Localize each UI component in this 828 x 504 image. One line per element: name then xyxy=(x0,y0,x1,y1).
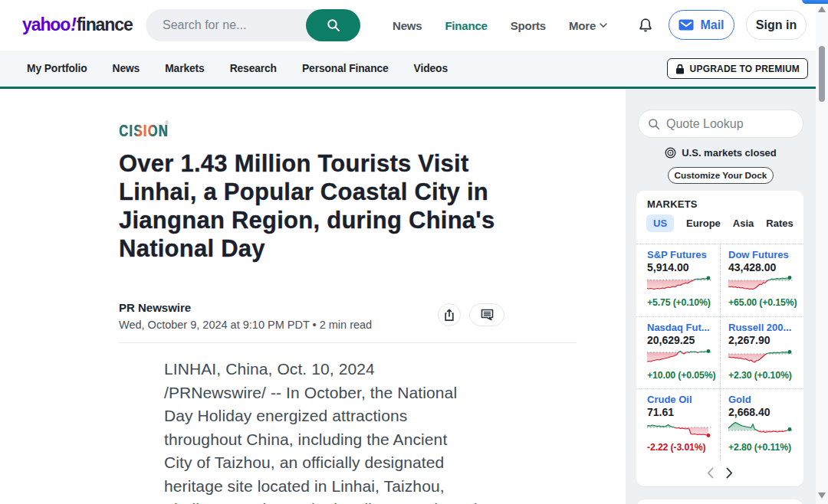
next-page-arrow[interactable] xyxy=(722,466,738,481)
market-tile-gold: Gold 2,668.40 +2.80 (+0.11%) xyxy=(720,388,803,460)
ticker-change: +2.30 (+0.10%) xyxy=(728,370,792,381)
search-bar xyxy=(146,9,360,41)
previous-page-arrow[interactable] xyxy=(703,466,718,481)
sparkline-chart xyxy=(647,276,713,294)
mail-icon xyxy=(678,19,694,31)
article-title: Over 1.43 Million Tourists Visit Linhai,… xyxy=(119,149,548,263)
quote-lookup-input[interactable] xyxy=(666,117,789,131)
cision-trademark: ® xyxy=(165,120,169,126)
search-button[interactable] xyxy=(306,9,360,41)
sparkline-chart xyxy=(728,276,794,294)
mail-label: Mail xyxy=(700,18,724,32)
subnav-personal-finance[interactable]: Personal Finance xyxy=(302,63,389,74)
header-nav-news[interactable]: News xyxy=(393,19,422,32)
page-scrollbar[interactable] xyxy=(816,0,828,504)
market-tile-nasdaq-futures: Nasdaq Fut... 20,629.25 +10.00 (+0.05%) xyxy=(636,316,720,388)
tab-rates[interactable]: Rates xyxy=(766,214,793,232)
ticker-value: 2,267.90 xyxy=(728,334,770,346)
scrollbar-up-arrow[interactable] xyxy=(818,6,826,12)
upgrade-to-premium-button[interactable]: UPGRADE TO PREMIUM xyxy=(667,58,808,79)
ticker-value: 5,914.00 xyxy=(647,261,689,273)
customize-dock-button[interactable]: Customize Your Dock xyxy=(668,167,774,184)
article-meta: Wed, October 9, 2024 at 9:10 PM PDT • 2 … xyxy=(119,319,372,331)
ticker-value: 2,668.40 xyxy=(728,406,770,418)
logo-finance-text: finance xyxy=(77,15,133,34)
chevron-left-icon xyxy=(707,467,714,479)
page: yahoo!finance News Finance Sports More M… xyxy=(0,0,828,504)
logo-yahoo-text: yahoo xyxy=(22,15,70,34)
market-tile-sp-futures: S&P Futures 5,914.00 +5.75 (+0.10%) xyxy=(636,244,720,316)
divider xyxy=(119,342,577,343)
header-nav: News Finance Sports More xyxy=(393,0,607,51)
upgrade-label: UPGRADE TO PREMIUM xyxy=(690,64,800,74)
share-button[interactable] xyxy=(438,303,461,326)
sparkline-chart xyxy=(728,421,794,439)
mail-button[interactable]: Mail xyxy=(669,10,734,40)
ticker-change: -2.22 (-3.01%) xyxy=(647,442,706,453)
ticker-value: 71.61 xyxy=(647,406,674,418)
ticker-link[interactable]: Russell 200... xyxy=(728,322,791,333)
ticker-link[interactable]: Gold xyxy=(728,394,751,405)
logo-exclamation: ! xyxy=(71,15,76,34)
finance-subnav: My Portfolio News Markets Research Perso… xyxy=(0,51,816,89)
sparkline-chart xyxy=(728,349,794,367)
sparkline-chart xyxy=(647,421,713,439)
tab-us[interactable]: US xyxy=(646,214,674,232)
market-status-text: U.S. markets closed xyxy=(682,147,777,159)
ticker-value: 20,629.25 xyxy=(647,334,695,346)
market-status: U.S. markets closed xyxy=(626,147,816,159)
browser-notification-tip xyxy=(802,0,828,4)
right-sidebar: U.S. markets closed Customize Your Dock … xyxy=(626,89,816,504)
search-icon xyxy=(648,118,660,130)
market-tile-dow-futures: Dow Futures 43,428.00 +65.00 (+0.15%) xyxy=(720,244,803,316)
markets-card: MARKETS US Europe Asia Rates S&P Futures… xyxy=(636,191,803,486)
cision-logo: CISION xyxy=(119,121,169,141)
ticker-link[interactable]: Dow Futures xyxy=(728,249,789,260)
ticker-value: 43,428.00 xyxy=(728,261,776,273)
comment-icon xyxy=(481,309,494,321)
ticker-link[interactable]: Nasdaq Fut... xyxy=(647,322,710,333)
header-nav-more[interactable]: More xyxy=(569,19,607,32)
quote-lookup xyxy=(638,110,803,138)
header-nav-sports[interactable]: Sports xyxy=(511,19,546,32)
subnav-news[interactable]: News xyxy=(113,63,140,74)
markets-tabs: US Europe Asia Rates xyxy=(646,214,794,232)
tab-europe[interactable]: Europe xyxy=(686,214,721,232)
chevron-right-icon xyxy=(726,467,733,479)
ticker-change: +65.00 (+0.15%) xyxy=(728,297,797,308)
ticker-change: +2.80 (+0.11%) xyxy=(728,442,791,453)
ticker-change: +10.00 (+0.05%) xyxy=(647,370,715,381)
article-main: CISION ® Over 1.43 Million Tourists Visi… xyxy=(0,89,626,504)
sign-in-button[interactable]: Sign in xyxy=(746,10,807,40)
notifications-bell-icon[interactable] xyxy=(638,18,653,33)
market-tile-crude-oil: Crude Oil 71.61 -2.22 (-3.01%) xyxy=(636,388,720,460)
subnav-my-portfolio[interactable]: My Portfolio xyxy=(27,63,87,74)
header-nav-finance[interactable]: Finance xyxy=(445,19,487,32)
chevron-down-icon xyxy=(600,23,607,28)
share-icon xyxy=(443,309,455,322)
tab-asia[interactable]: Asia xyxy=(733,214,754,232)
subnav-videos[interactable]: Videos xyxy=(414,63,448,74)
market-tile-russell-2000: Russell 200... 2,267.90 +2.30 (+0.10%) xyxy=(720,316,803,388)
markets-grid: S&P Futures 5,914.00 +5.75 (+0.10%) Dow … xyxy=(636,244,803,460)
article-author[interactable]: PR Newswire xyxy=(119,301,372,314)
article-body: LINHAI, China, Oct. 10, 2024 /PRNewswire… xyxy=(164,358,563,504)
lock-icon xyxy=(675,64,685,74)
yahoo-finance-logo[interactable]: yahoo!finance xyxy=(22,15,133,35)
search-icon xyxy=(327,18,340,32)
scrollbar-down-arrow[interactable] xyxy=(818,493,826,499)
subnav-research[interactable]: Research xyxy=(230,63,277,74)
subnav-markets[interactable]: Markets xyxy=(165,63,204,74)
next-widget-card xyxy=(636,499,803,504)
scrollbar-thumb[interactable] xyxy=(819,46,825,102)
sparkline-chart xyxy=(647,349,713,367)
markets-title: MARKETS xyxy=(647,198,698,210)
market-status-icon xyxy=(665,147,676,159)
byline: PR Newswire Wed, October 9, 2024 at 9:10… xyxy=(119,301,372,331)
ticker-change: +5.75 (+0.10%) xyxy=(647,297,711,308)
comments-button[interactable] xyxy=(469,303,504,326)
sign-in-label: Sign in xyxy=(756,18,797,32)
top-header: yahoo!finance News Finance Sports More M… xyxy=(0,0,828,51)
ticker-link[interactable]: Crude Oil xyxy=(647,394,692,405)
ticker-link[interactable]: S&P Futures xyxy=(647,249,707,260)
